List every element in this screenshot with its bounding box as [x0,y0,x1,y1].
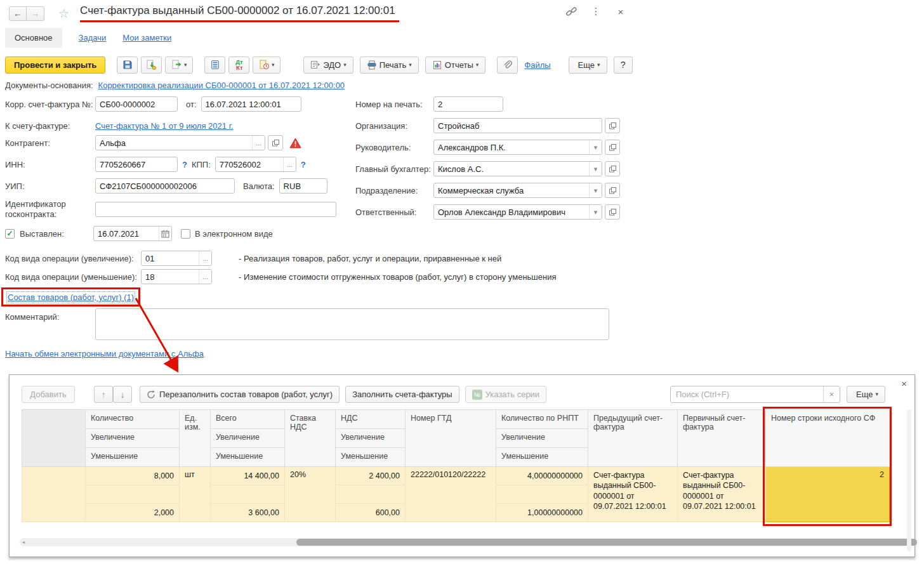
opcode-decrease-select-button[interactable]: ... [199,270,211,284]
qty-increase-cell[interactable]: 8,000 [86,467,180,485]
edo-menu-button[interactable]: ЭДО ▾ [303,56,353,74]
vertical-scrollbar[interactable] [907,409,911,551]
help-button[interactable]: ? [614,56,633,74]
fill-invoices-button[interactable]: Заполнить счета-фактуры [345,386,459,403]
forward-button[interactable]: → [27,6,44,21]
col-total[interactable]: Всего [211,410,285,429]
gov-contract-input[interactable] [96,202,336,216]
scroll-left-icon[interactable]: ◄ [20,540,27,544]
issued-calendar-button[interactable] [159,227,171,240]
qty-empty-cell[interactable] [86,485,180,504]
col-prev-invoice[interactable]: Предыдущий счет-фактура [588,410,678,467]
col-rnpt-decrease[interactable]: Уменьшение [496,448,588,467]
opcode-decrease-input[interactable] [142,270,199,284]
refill-goods-button[interactable]: Перезаполнить состав товаров (работ, усл… [140,386,340,403]
issued-checkbox[interactable] [5,229,15,239]
col-source-line[interactable]: Номер строки исходного СФ [766,410,890,467]
tab-main[interactable]: Основное [5,28,62,48]
add-row-button[interactable]: Добавить [22,386,75,403]
start-edo-exchange-link[interactable]: Начать обмен электронными документами с … [5,349,204,359]
vat-decrease-cell[interactable]: 600,00 [336,504,406,522]
total-empty-cell[interactable] [211,485,285,504]
manager-open-button[interactable] [605,140,620,155]
post-button[interactable] [141,56,162,74]
kpp-input[interactable] [216,157,283,171]
total-increase-cell[interactable]: 14 400,00 [211,467,285,485]
uip-input[interactable] [96,179,234,193]
department-open-button[interactable] [605,183,620,198]
organization-input[interactable] [434,119,602,133]
inn-help-icon[interactable]: ? [182,160,187,169]
corr-date-input[interactable] [202,97,301,111]
back-button[interactable]: ← [9,6,27,21]
files-link[interactable]: Файлы [524,60,550,70]
corr-number-input[interactable] [96,97,177,111]
col-qty-decrease[interactable]: Уменьшение [86,448,180,467]
opcode-increase-input[interactable] [142,251,199,265]
counterparty-select-button[interactable]: ... [252,136,265,150]
col-gtd[interactable]: Номер ГТД [406,410,496,467]
manager-dropdown-button[interactable]: ▾ [589,140,602,154]
chief-accountant-open-button[interactable] [605,161,620,176]
source-line-cell-selected[interactable]: 2 [766,467,890,522]
more-button[interactable]: Еще ▾ [569,56,607,74]
print-menu-button[interactable]: Печать ▾ [360,56,419,74]
tab-my-notes[interactable]: Мои заметки [122,33,171,43]
manager-input[interactable] [434,140,589,154]
vat-empty-cell[interactable] [336,485,406,504]
register-records-button[interactable] [204,56,225,74]
col-vat-rate[interactable]: Ставка НДС [285,410,336,467]
responsible-dropdown-button[interactable]: ▾ [589,205,602,219]
rnpt-empty-cell[interactable] [496,485,588,504]
organization-open-button[interactable] [605,118,620,133]
row-selector-cell[interactable] [22,467,86,522]
counterparty-warning[interactable] [289,138,301,148]
get-link-icon[interactable] [564,4,578,18]
col-total-increase[interactable]: Увеличение [211,429,285,448]
inn-input[interactable] [96,157,177,171]
kpp-help-icon[interactable]: ? [301,160,306,169]
counterparty-open-button[interactable] [268,135,283,150]
unit-cell[interactable]: шт [180,467,211,522]
search-clear-icon[interactable]: × [823,386,840,402]
rnpt-decrease-cell[interactable]: 1,00000000000 [496,504,588,522]
favorite-star-icon[interactable]: ☆ [58,6,69,21]
search-input[interactable] [671,386,823,402]
document-log-button[interactable]: ▾ [253,56,280,74]
panel-more-button[interactable]: Еще ▾ [847,386,885,403]
qty-decrease-cell[interactable]: 2,000 [86,504,180,522]
col-unit[interactable]: Ед. изм. [180,410,211,467]
col-rnpt-increase[interactable]: Увеличение [496,429,588,448]
dt-kt-button[interactable]: ДтКт [228,56,249,74]
issued-date-input[interactable] [94,227,159,240]
responsible-input[interactable] [434,205,589,219]
col-vat[interactable]: НДС [336,410,406,429]
post-and-close-button[interactable]: Провести и закрыть [5,56,105,74]
counterparty-input[interactable] [96,136,252,150]
department-input[interactable] [434,183,589,197]
col-vat-decrease[interactable]: Уменьшение [336,448,406,467]
department-dropdown-button[interactable]: ▾ [589,183,602,197]
row-selector-header[interactable] [22,410,86,467]
scrollbar-thumb[interactable] [296,539,917,546]
panel-close-icon[interactable]: × [901,379,907,388]
col-rnpt-qty[interactable]: Количество по РНПТ [496,410,588,429]
col-qty-increase[interactable]: Увеличение [86,429,180,448]
horizontal-scrollbar[interactable]: ◄ ► [20,538,908,546]
move-down-button[interactable]: ↓ [113,386,132,403]
to-invoice-link[interactable]: Счет-фактура № 1 от 9 июля 2021 г. [95,121,233,131]
electronic-checkbox[interactable] [181,229,190,239]
set-series-button[interactable]: № Указать серии [465,386,546,403]
opcode-increase-select-button[interactable]: ... [199,251,211,265]
save-button[interactable] [117,56,138,74]
print-number-input[interactable] [434,97,503,111]
kpp-select-button[interactable]: ... [283,157,296,171]
vat-rate-cell[interactable]: 20% [285,467,336,522]
tab-tasks[interactable]: Задачи [79,33,107,43]
gtd-cell[interactable]: 22222/010120/22222 [406,467,496,522]
responsible-open-button[interactable] [605,204,620,220]
col-vat-increase[interactable]: Увеличение [336,429,406,448]
rnpt-increase-cell[interactable]: 4,00000000000 [496,467,588,485]
col-primary-invoice[interactable]: Первичный счет-фактура [678,410,766,467]
goods-composition-link[interactable]: Состав товаров (работ, услуг) (1) [8,293,134,302]
